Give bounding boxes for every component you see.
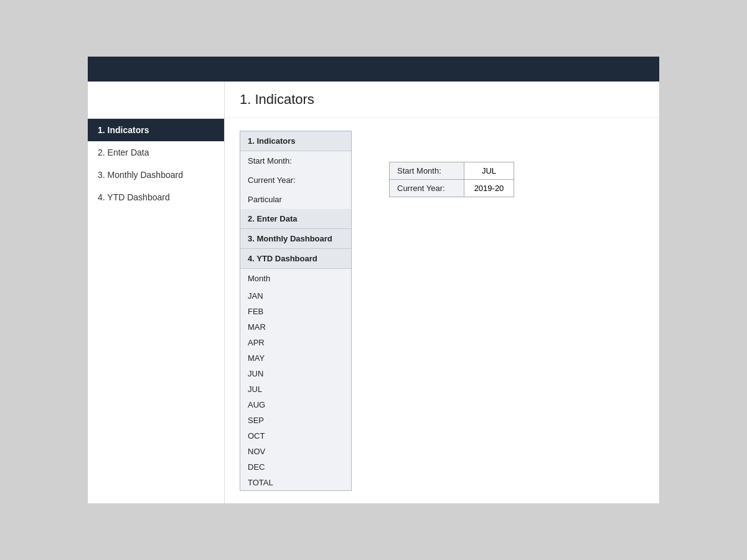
indicators-list: 1. Indicators Start Month: Current Year:… [240, 131, 351, 490]
content-body: 1. Indicators Start Month: Current Year:… [225, 118, 659, 503]
list-item-jan[interactable]: JAN [240, 288, 351, 304]
info-table: Start Month: JUL Current Year: 2019-20 [389, 162, 514, 197]
list-item-jul[interactable]: JUL [240, 381, 351, 397]
start-month-label: Start Month: [390, 162, 464, 180]
content-area: 1. Indicators 1. Indicators Start Month:… [225, 82, 659, 503]
list-item-current-year: Current Year: [240, 170, 351, 190]
table-row-start-month: Start Month: JUL [390, 162, 514, 180]
table-row-current-year: Current Year: 2019-20 [390, 180, 514, 197]
list-item-monthly-dashboard[interactable]: 3. Monthly Dashboard [240, 229, 351, 249]
sidebar-item-indicators[interactable]: 1. Indicators [88, 119, 224, 141]
list-item-indicators[interactable]: 1. Indicators [240, 131, 351, 151]
top-bar [88, 57, 659, 82]
page-title: 1. Indicators [240, 91, 644, 108]
list-item-month-header: Month [240, 269, 351, 288]
list-item-enter-data[interactable]: 2. Enter Data [240, 209, 351, 229]
list-item-particular: Particular [240, 190, 351, 209]
sidebar-logo-area [88, 82, 224, 119]
main-layout: 1. Indicators 2. Enter Data 3. Monthly D… [88, 82, 659, 503]
start-month-value[interactable]: JUL [464, 162, 514, 180]
list-item-dec[interactable]: DEC [240, 459, 351, 475]
current-year-value[interactable]: 2019-20 [464, 180, 514, 197]
list-item-may[interactable]: MAY [240, 350, 351, 366]
app-container: 1. Indicators 2. Enter Data 3. Monthly D… [87, 56, 660, 504]
list-item-sep[interactable]: SEP [240, 413, 351, 428]
indicators-list-panel: 1. Indicators Start Month: Current Year:… [240, 131, 352, 491]
current-year-label: Current Year: [390, 180, 464, 197]
list-item-jun[interactable]: JUN [240, 366, 351, 381]
sidebar-item-enter-data[interactable]: 2. Enter Data [88, 141, 224, 164]
list-item-nov[interactable]: NOV [240, 444, 351, 459]
list-item-start-month: Start Month: [240, 151, 351, 170]
sidebar-item-monthly-dashboard[interactable]: 3. Monthly Dashboard [88, 164, 224, 186]
sidebar: 1. Indicators 2. Enter Data 3. Monthly D… [88, 82, 225, 503]
right-info: Start Month: JUL Current Year: 2019-20 [389, 131, 514, 491]
list-item-feb[interactable]: FEB [240, 304, 351, 319]
list-item-mar[interactable]: MAR [240, 319, 351, 335]
sidebar-nav: 1. Indicators 2. Enter Data 3. Monthly D… [88, 119, 224, 208]
sidebar-item-ytd-dashboard[interactable]: 4. YTD Dashboard [88, 186, 224, 208]
list-item-ytd-dashboard[interactable]: 4. YTD Dashboard [240, 249, 351, 269]
list-item-oct[interactable]: OCT [240, 428, 351, 444]
list-item-apr[interactable]: APR [240, 335, 351, 350]
list-item-aug[interactable]: AUG [240, 397, 351, 413]
list-item-total: TOTAL [240, 475, 351, 490]
content-header: 1. Indicators [225, 82, 659, 118]
